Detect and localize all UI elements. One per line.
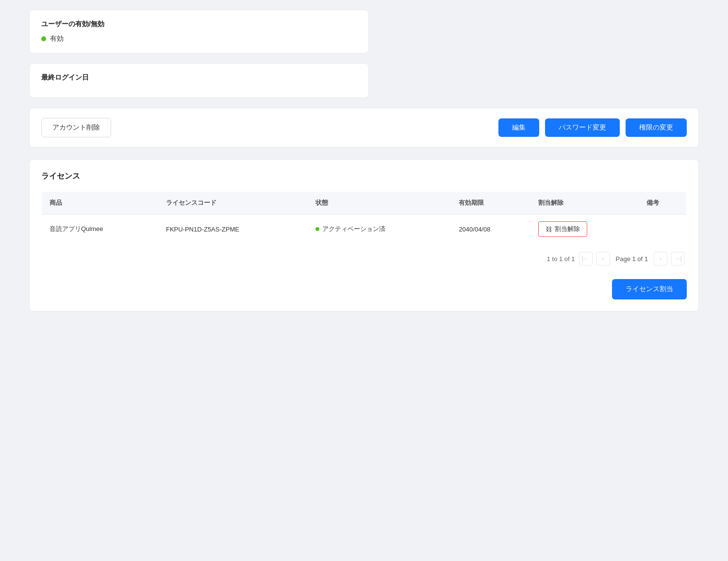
col-expiry: 有効期限 <box>451 192 530 214</box>
col-status: 状態 <box>308 192 451 214</box>
license-section: ライセンス 商品 ライセンスコード 状態 有効期限 割当解除 備考 音読アプリQ… <box>29 159 699 312</box>
action-buttons-right: 編集 パスワード変更 権限の変更 <box>498 118 687 137</box>
cell-status: アクティベーション済 <box>308 214 451 244</box>
user-status-label: ユーザーの有効/無効 <box>41 20 357 29</box>
last-login-card: 最終ログイン日 <box>29 63 369 98</box>
pagination-first-button[interactable]: |← <box>579 252 593 265</box>
user-status-row: 有効 <box>41 34 357 43</box>
pagination-last-button[interactable]: →| <box>671 252 685 265</box>
page-wrapper: ユーザーの有効/無効 有効 最終ログイン日 アカウント削除 編集 パスワード変更… <box>0 0 728 561</box>
action-section: アカウント削除 編集 パスワード変更 権限の変更 <box>29 108 699 148</box>
unassign-label: 割当解除 <box>555 225 580 233</box>
delete-account-container: アカウント削除 <box>41 118 111 137</box>
cell-license-code: FKPU-PN1D-Z5AS-ZPME <box>158 214 308 244</box>
activation-badge: アクティベーション済 <box>315 225 444 233</box>
license-table-scroll[interactable]: 商品 ライセンスコード 状態 有効期限 割当解除 備考 音読アプリQulmee … <box>41 191 687 244</box>
license-assign-btn-row: ライセンス割当 <box>41 279 687 299</box>
cell-unassign: ⛓ 割当解除 <box>530 214 639 244</box>
user-status-value: 有効 <box>50 34 64 43</box>
permission-change-button[interactable]: 権限の変更 <box>626 118 687 137</box>
user-status-card: ユーザーの有効/無効 有効 <box>29 10 369 53</box>
unassign-button[interactable]: ⛓ 割当解除 <box>538 221 587 237</box>
license-title: ライセンス <box>41 171 687 182</box>
pagination-prev-button[interactable]: ‹ <box>596 252 610 265</box>
pagination-next-button[interactable]: › <box>654 252 667 265</box>
table-row: 音読アプリQulmee FKPU-PN1D-Z5AS-ZPME アクティベーショ… <box>42 214 687 244</box>
edit-button[interactable]: 編集 <box>498 118 539 137</box>
active-dot-icon <box>41 36 46 41</box>
password-change-button[interactable]: パスワード変更 <box>545 118 620 137</box>
cell-expiry: 2040/04/08 <box>451 214 530 244</box>
activation-status-text: アクティベーション済 <box>322 225 385 233</box>
pagination-summary: 1 to 1 of 1 <box>547 255 575 263</box>
last-login-label: 最終ログイン日 <box>41 73 357 82</box>
col-note: 備考 <box>639 192 686 214</box>
cell-note <box>639 214 686 244</box>
license-assign-button[interactable]: ライセンス割当 <box>612 279 687 299</box>
pagination-page-text: Page 1 of 1 <box>614 255 650 263</box>
unlink-icon: ⛓ <box>546 226 552 233</box>
col-product: 商品 <box>42 192 158 214</box>
table-header-row: 商品 ライセンスコード 状態 有効期限 割当解除 備考 <box>42 192 687 214</box>
cell-product: 音読アプリQulmee <box>42 214 158 244</box>
col-license-code: ライセンスコード <box>158 192 308 214</box>
license-table: 商品 ライセンスコード 状態 有効期限 割当解除 備考 音読アプリQulmee … <box>41 191 687 244</box>
delete-account-button[interactable]: アカウント削除 <box>41 118 111 137</box>
col-unassign: 割当解除 <box>530 192 639 214</box>
activation-dot-icon <box>315 227 319 231</box>
pagination-row: 1 to 1 of 1 |← ‹ Page 1 of 1 › →| <box>41 244 687 269</box>
